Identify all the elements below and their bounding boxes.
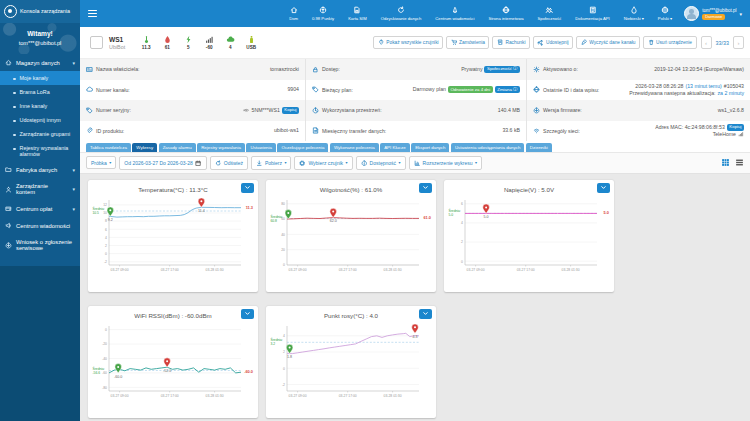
sidebar-item-magazyn-danych[interactable]: Magazyn danych▾ (0, 54, 80, 71)
channel-tabs: Tablica rozdzielczaWykresyZasady alarmuR… (80, 141, 750, 152)
device-checkbox[interactable] (90, 36, 103, 49)
button-label: Dostępność (370, 160, 396, 166)
date-range-button[interactable]: Od 2026-03-27 Do 2026-03-28 (119, 156, 206, 170)
show-all-sensors-button[interactable]: Pokaż wszystkie czujniki (373, 36, 443, 50)
tab-api-klucze[interactable]: API Klucze (380, 143, 409, 152)
brand[interactable]: Konsola zarządzania (0, 0, 80, 23)
badge[interactable]: Kopiuj (282, 107, 299, 114)
chart-extension-button[interactable]: Rozszerzenie wykresu▾ (409, 156, 483, 170)
sidebar-subitem-moje-kana-y[interactable]: Moje kanały (0, 71, 80, 85)
chart-plot: 80604020003-27 09:0003-27 17:0003-28 01:… (270, 193, 432, 277)
delete-device-button[interactable]: Usuń urządzenie (643, 36, 697, 50)
nav-item-dom[interactable]: Dom (282, 0, 305, 27)
chart-title: Wilgotność(%) : 61.0% (270, 186, 432, 193)
list-view-button[interactable] (735, 158, 744, 167)
tab-oczekuj-ce-polecenia[interactable]: Oczekujące polecenia (277, 143, 328, 152)
sidebar-item-centrum-op-at[interactable]: Centrum opłat▾ (0, 200, 80, 217)
nav-item-odzyskiwanie-danych[interactable]: Odzyskiwanie danych (374, 0, 429, 27)
share-button[interactable]: Udostępnij (533, 36, 573, 50)
nav-item-jezyk[interactable]: Polski ▾ (651, 0, 679, 27)
grid-view-button[interactable] (721, 158, 730, 167)
mega-icon (5, 222, 12, 229)
wallet-icon (5, 205, 12, 212)
chart-options-button[interactable] (241, 183, 254, 193)
svg-text:6: 6 (461, 202, 463, 206)
info-value-line: Adres MAC: 4c:24:98:06:8f:53Kopiuj (655, 124, 744, 131)
chart-options-button[interactable] (241, 309, 254, 319)
nav-item-dokumentacja-api[interactable]: Dokumentacja API (568, 0, 616, 27)
chevron-down-icon: ▾ (399, 160, 401, 165)
pager-next-button[interactable]: › (733, 36, 744, 49)
tab-ustawienia[interactable]: Ustawienia (246, 143, 275, 152)
info-value: 9904 (287, 86, 299, 93)
nav-item-motyw[interactable]: Niebieski ▾ (617, 0, 651, 27)
sidebar-item-centrum-wiadomo-ci[interactable]: Centrum wiadomości (0, 217, 80, 234)
nav-item-spolecznosc[interactable]: Społeczność (531, 0, 569, 27)
download-button[interactable]: Pobierz▾ (251, 156, 291, 170)
badge[interactable]: Zmiana ⓘ (495, 86, 520, 93)
svg-text:-40: -40 (102, 356, 107, 360)
sidebar-subitem-brama-lora[interactable]: Brama LoRa (0, 85, 80, 99)
info-cell: Numer kanału:9904 (80, 80, 305, 101)
svg-text:5.0: 5.0 (484, 215, 489, 219)
svg-text:03-27 09:00: 03-27 09:00 (111, 394, 129, 398)
badge[interactable]: Odnowienie za 4 dni (448, 86, 493, 93)
svg-text:10: 10 (103, 211, 107, 215)
dom-icon (290, 6, 298, 14)
bills-button[interactable]: Rachunki (492, 36, 530, 50)
tab-rejestry-wyzwalania[interactable]: Rejestry wyzwalania (197, 143, 245, 152)
sidebar-subitem-zarz-dzanie-grupami[interactable]: Zarządzanie grupami (0, 127, 80, 141)
svg-text:1.8: 1.8 (287, 355, 292, 359)
tab-zasady-alarmu[interactable]: Zasady alarmu (159, 143, 196, 152)
hamburger-menu-icon[interactable] (88, 8, 97, 19)
tab-eksport-danych[interactable]: Eksport danych (411, 143, 449, 152)
tab-tablica-rozdzielcza[interactable]: Tablica rozdzielcza (86, 143, 131, 152)
chart-options-button[interactable] (597, 183, 610, 193)
chart-options-button[interactable] (419, 183, 432, 193)
sensor-voltage: 5 (181, 35, 195, 51)
value-text: TeleHome (713, 131, 736, 138)
svg-text:5.0: 5.0 (604, 210, 609, 215)
svg-text:4: 4 (283, 334, 285, 338)
info-cell: Miesięczny transfer danych:33.6 kB (305, 121, 526, 142)
sidebar-item-fabryka-danych[interactable]: Fabryka danych▾ (0, 161, 80, 178)
sensor-value: USB (246, 45, 256, 50)
user-menu[interactable]: tom***@ubibot.pl Darmowe ▾ (679, 6, 750, 21)
link-text[interactable]: (13 minut temu) (685, 83, 721, 90)
orders-button[interactable]: Zamówienia (446, 36, 489, 50)
info-value-line: TeleHome (713, 131, 744, 138)
clear-channel-data-button[interactable]: Wyczyść dane kanału (576, 36, 640, 50)
badge[interactable]: Kopiuj (727, 124, 744, 131)
value-text: 5NM***WS1 (252, 107, 280, 114)
sidebar-item-wniosek-o-zg-oszenie-serwisowe[interactable]: Wniosek o zgłoszenie serwisowe (0, 234, 80, 256)
nav-item-punkty[interactable]: 0.98 Punkty (305, 0, 341, 27)
bullet-icon (13, 106, 16, 109)
availability-button[interactable]: Dostępność▾ (356, 156, 406, 170)
device-pager: ‹ 33/33 › (701, 36, 745, 49)
svg-text:03-27 09:00: 03-27 09:00 (289, 268, 307, 272)
nav-item-karta-sim[interactable]: Karta SIM (341, 0, 374, 27)
pager-prev-button[interactable]: ‹ (701, 36, 712, 49)
tab-wykresy[interactable]: Wykresy (132, 143, 157, 152)
refresh-button[interactable]: Odśwież (210, 156, 248, 170)
link-text[interactable]: za 2 minuty (717, 90, 744, 97)
sensor-value: 61 (165, 45, 170, 50)
info-value: 33.6 kB (502, 127, 520, 134)
tab-wykonane-polecenia[interactable]: Wykonane polecenia (330, 143, 379, 152)
badge[interactable]: Społeczność ⓘ (484, 66, 520, 73)
tab-dzienniki[interactable]: Dzienniki (526, 143, 552, 152)
chart-card-5: Punkt rosy(°C) : 4.0420-203-27 09:0003-2… (266, 306, 436, 418)
info-value: 140.4 MB (498, 107, 520, 114)
sidebar-subitem-udost-pnij-innym[interactable]: Udostępnij innym (0, 113, 80, 127)
sidebar-subitem-inne-kana-y[interactable]: Inne kanały (0, 99, 80, 113)
sample-button[interactable]: Próbka▾ (86, 156, 116, 169)
nav-item-centrum-wiadomosci[interactable]: Centrum wiadomości (428, 0, 481, 27)
tag-icon (312, 86, 319, 93)
sidebar-item-zarz-dzanie-kontem[interactable]: Zarządzanie kontem▾ (0, 178, 80, 200)
nav-item-strona-internetowa[interactable]: Strona internetowa (481, 0, 530, 27)
sidebar-subitem-rejestry-wyzwalania-alarm-w[interactable]: Rejestry wyzwalania alarmów (0, 141, 80, 161)
tab-ustawienia-udost-pniania-danych[interactable]: Ustawienia udostępniania danych (451, 143, 524, 152)
chart-plot: 642003-27 09:0003-27 17:0003-28 01:30Śre… (448, 193, 610, 277)
chart-options-button[interactable] (419, 309, 432, 319)
select-sensor-button[interactable]: Wybierz czujnik▾ (294, 156, 352, 170)
